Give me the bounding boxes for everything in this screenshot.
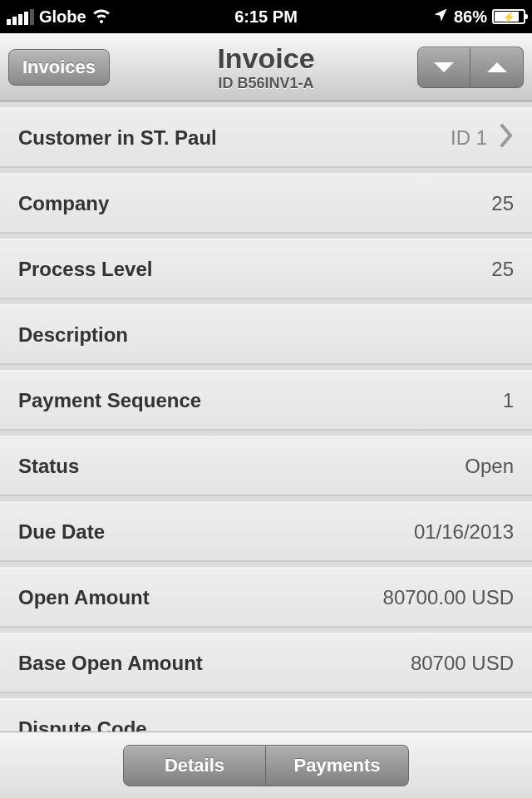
chevron-up-icon [485, 59, 509, 76]
clock: 6:15 PM [180, 7, 352, 27]
open-amount-row: Open Amount 80700.00 USD [0, 568, 532, 627]
detail-list: Customer in ST. Paul ID 1 Company 25 Pro… [0, 101, 532, 732]
row-label: Customer in ST. Paul [18, 126, 451, 150]
base-open-amount-row: Base Open Amount 80700 USD [0, 633, 532, 692]
row-value: Open [465, 455, 514, 478]
divider [0, 561, 532, 568]
row-label: Company [18, 192, 491, 215]
battery-percent: 86% [454, 7, 487, 27]
payment-sequence-row: Payment Sequence 1 [0, 371, 532, 430]
carrier-label: Globe [39, 7, 86, 27]
next-down-button[interactable] [417, 47, 470, 88]
status-row: Status Open [0, 436, 532, 495]
divider [0, 495, 532, 502]
row-label: Base Open Amount [18, 652, 411, 675]
chevron-down-icon [432, 59, 456, 76]
location-icon [432, 7, 449, 27]
row-label: Description [18, 323, 514, 347]
row-value: ID 1 [451, 126, 487, 150]
divider [0, 101, 532, 108]
row-value: 25 [491, 192, 514, 215]
status-bar: Globe 6:15 PM 86% ⚡ [0, 0, 532, 33]
wifi-icon [91, 5, 111, 29]
process-level-row: Process Level 25 [0, 239, 532, 298]
row-label: Open Amount [18, 586, 383, 609]
segmented-control: Details Payments [123, 745, 409, 786]
description-row: Description [0, 305, 532, 364]
divider [0, 298, 532, 305]
bottom-toolbar: Details Payments [0, 732, 532, 798]
payments-tab[interactable]: Payments [266, 745, 409, 786]
divider [0, 167, 532, 174]
divider [0, 364, 532, 371]
dispute-code-row: Dispute Code [0, 699, 532, 732]
divider [0, 430, 532, 436]
row-value: 25 [491, 258, 514, 281]
details-tab[interactable]: Details [123, 745, 266, 786]
divider [0, 233, 532, 239]
divider [0, 692, 532, 699]
nav-bar: Invoices Invoice ID B56INV1-A [0, 33, 532, 101]
due-date-row: Due Date 01/16/2013 [0, 502, 532, 561]
row-value: 01/16/2013 [414, 520, 514, 544]
divider [0, 627, 532, 633]
row-label: Dispute Code [18, 717, 514, 732]
row-label: Due Date [18, 520, 414, 544]
battery-icon: ⚡ [492, 9, 525, 24]
customer-row[interactable]: Customer in ST. Paul ID 1 [0, 108, 532, 167]
row-label: Status [18, 455, 465, 478]
signal-icon [7, 9, 34, 25]
row-value: 1 [503, 389, 514, 412]
row-label: Payment Sequence [18, 389, 503, 412]
chevron-right-icon [499, 124, 514, 152]
back-button[interactable]: Invoices [8, 49, 110, 86]
row-value: 80700.00 USD [383, 586, 514, 609]
company-row: Company 25 [0, 174, 532, 233]
row-value: 80700 USD [411, 652, 514, 675]
prev-up-button[interactable] [470, 47, 524, 88]
row-label: Process Level [18, 258, 491, 281]
